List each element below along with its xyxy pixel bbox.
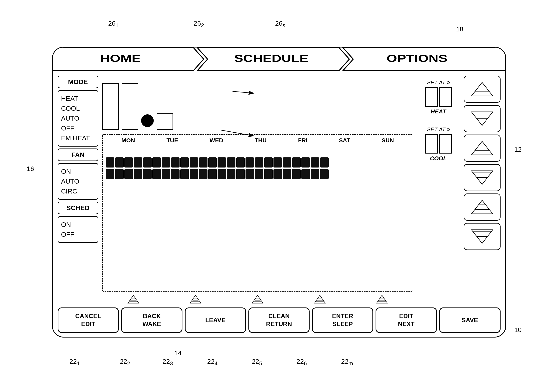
segment-block [264,158,273,167]
segment-block [236,169,245,179]
off-option: OFF [61,230,95,239]
arrow-up-1[interactable] [464,75,501,103]
heat-digit-2 [439,87,452,107]
segment-block [320,158,329,167]
on-off-list: ON OFF [58,216,98,243]
ref-14: 14 [174,349,182,357]
segment-block [106,158,114,167]
ref-26s: 26s [275,20,285,28]
ref-224: 224 [207,358,218,367]
cool-set-at-group: SET AT COOL [425,126,452,162]
arrow-down-2[interactable] [464,105,501,132]
cool-digit-1 [425,134,438,154]
set-at-section: SET AT HEAT SET AT [417,75,460,305]
ref-18: 18 [456,25,463,33]
day-sat: SAT [339,137,350,144]
edit-next-button[interactable]: EDITNEXT [375,308,437,333]
tab-schedule-label: SCHEDULE [234,53,308,64]
triangle-363[interactable] [252,295,263,304]
segment-block [292,169,301,179]
segment-block [236,158,245,167]
segment-block [264,169,273,179]
mode-emheat: EM HEAT [61,133,95,143]
segment-block [301,158,310,167]
mode-auto: AUTO [61,113,95,123]
arrow-up-3[interactable] [464,134,501,162]
fan-button[interactable]: FAN [58,149,98,161]
segment-block [311,169,319,179]
set-at-heat-dot [447,81,450,84]
ref-10: 10 [514,326,522,334]
ref-22m: 22m [341,358,353,367]
clean-return-button[interactable]: CLEANRETURN [248,308,310,333]
sched-button[interactable]: SCHED [58,202,98,214]
segment-block [180,169,189,179]
mode-button[interactable]: MODE [58,75,98,88]
back-wake-button[interactable]: BACKWAKE [121,308,183,333]
segment-block [115,158,124,167]
segment-block [273,169,282,179]
enter-sleep-button[interactable]: ENTERSLEEP [312,308,373,333]
segment-block [134,158,142,167]
schedule-grid: MON TUE WED THU FRI SAT SUN [102,134,413,292]
segment-block [255,158,263,167]
save-button[interactable]: SAVE [439,308,501,333]
set-at-heat-label: SET AT [427,79,450,86]
heat-digit-1 [425,87,438,107]
mode-heat: HEAT [61,94,95,104]
segment-block [292,158,301,167]
tab-bar: HOME SCHEDULE OPTIONS [53,48,506,71]
segment-row-2 [106,169,410,179]
svg-marker-7 [190,295,201,303]
day-thu: THU [255,137,267,144]
segment-block [162,158,170,167]
leave-button[interactable]: LEAVE [185,308,246,333]
mode-cool: COOL [61,104,95,113]
ref-16: 16 [27,165,34,173]
arrow-down-4[interactable] [464,164,501,191]
ref-221: 221 [70,358,80,367]
segment-block [245,158,254,167]
segment-block [311,158,319,167]
small-square-403 [157,113,173,130]
center-content: MON TUE WED THU FRI SAT SUN [102,75,413,305]
segment-block [245,169,254,179]
ref-222: 222 [120,358,131,367]
set-at-cool-label: SET AT [427,126,450,133]
outer-container: 261 262 26s 18 12 10 16 14 40u 404 403 4… [27,20,532,372]
segment-block [227,169,235,179]
ref-226: 226 [296,358,307,367]
segment-block [171,158,180,167]
segment-block [152,158,161,167]
arrow-up-5[interactable] [464,193,501,221]
fan-circ: CIRC [61,186,95,196]
bottom-buttons-row: CANCELEDIT BACKWAKE LEAVE CLEANRETURN EN… [58,308,501,333]
triangle-361[interactable] [128,295,139,304]
segment-block [301,169,310,179]
arrow-down-n[interactable] [464,223,501,250]
on-option: ON [61,220,95,230]
thermostat-device: HOME SCHEDULE OPTIONS MODE HEAT COOL AUT… [52,47,506,338]
fan-list: ON AUTO CIRC [58,163,98,200]
right-arrow-buttons [464,75,501,305]
triangle-362[interactable] [190,295,201,304]
segment-block [199,158,208,167]
tab-options-label: OPTIONS [386,53,447,64]
mode-list: HEAT COOL AUTO OFF EM HEAT [58,90,98,147]
cool-set-at-boxes [425,134,452,154]
segment-block [283,158,291,167]
segment-block [143,169,152,179]
triangle-row [102,294,413,305]
segment-block [208,158,217,167]
fan-on: ON [61,167,95,176]
triangle-36t[interactable] [376,295,388,304]
cancel-edit-button[interactable]: CANCELEDIT [58,308,119,333]
fan-auto: AUTO [61,176,95,186]
left-sidebar: MODE HEAT COOL AUTO OFF EM HEAT FAN ON A… [58,75,98,305]
day-wed: WED [209,137,223,144]
triangle-364[interactable] [314,295,326,304]
schedule-row-1 [106,145,410,156]
svg-marker-19 [376,295,387,303]
segment-block [162,169,170,179]
segment-block [227,158,235,167]
